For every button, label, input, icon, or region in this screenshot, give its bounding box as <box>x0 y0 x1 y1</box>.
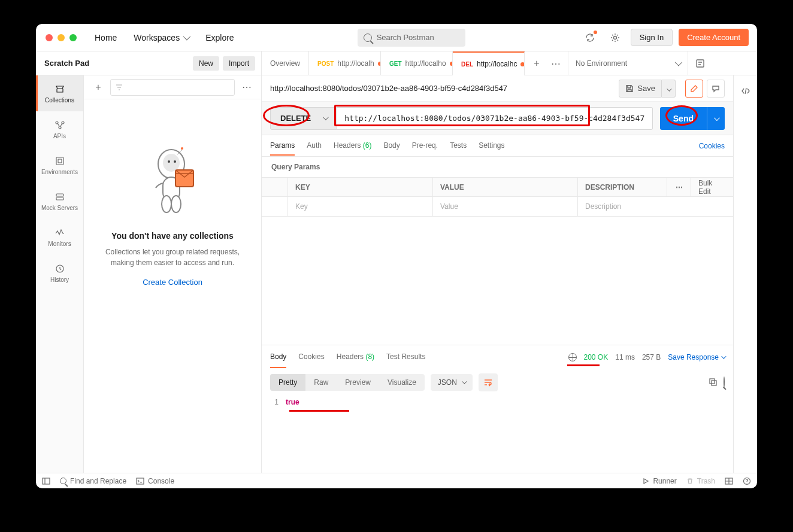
titlebar: Home Workspaces Explore Search Postman S… <box>36 24 757 51</box>
import-button[interactable]: Import <box>223 56 255 71</box>
monitors-icon <box>55 227 65 238</box>
globe-icon[interactable] <box>568 353 577 361</box>
collections-panel: + ⋯ <box>84 75 262 473</box>
rail-apis[interactable]: APIs <box>36 111 83 147</box>
sign-in-button[interactable]: Sign In <box>631 29 673 46</box>
nav-explore[interactable]: Explore <box>197 33 242 42</box>
tab-prereq[interactable]: Pre-req. <box>412 136 438 156</box>
query-params-table: KEY VALUE DESCRIPTION ⋯ Bulk Edit Key Va… <box>262 177 733 217</box>
send-button[interactable]: Send <box>660 107 707 130</box>
find-replace[interactable]: Find and Replace <box>60 477 126 485</box>
edit-icon[interactable] <box>685 80 703 98</box>
help-icon[interactable] <box>743 477 751 485</box>
save-options-button[interactable] <box>662 80 676 98</box>
view-mode-segment: Pretty Raw Preview Visualize <box>270 374 425 391</box>
svg-point-19 <box>171 196 181 212</box>
response-body[interactable]: 1true <box>262 396 733 473</box>
layout-icon[interactable] <box>725 477 733 485</box>
col-value: VALUE <box>433 178 578 196</box>
svg-point-14 <box>181 147 183 150</box>
empty-title: You don't have any collections <box>111 231 234 241</box>
environment-select[interactable]: No Environment <box>568 51 688 75</box>
col-description: DESCRIPTION <box>578 178 667 196</box>
svg-rect-20 <box>710 379 715 384</box>
rail-collections[interactable]: Collections <box>36 75 83 111</box>
unsaved-indicator-icon <box>520 62 525 66</box>
tab-post[interactable]: POSThttp://localh <box>309 51 381 75</box>
nav-home[interactable]: Home <box>86 33 125 42</box>
environment-quicklook-icon[interactable] <box>688 51 712 75</box>
create-collection-link[interactable]: Create Collection <box>143 278 202 287</box>
tab-auth[interactable]: Auth <box>307 136 322 156</box>
history-icon <box>55 263 65 274</box>
resp-tab-cookies[interactable]: Cookies <box>298 346 324 368</box>
runner[interactable]: Runner <box>642 477 676 485</box>
add-tab-button[interactable]: + <box>529 56 544 71</box>
view-preview[interactable]: Preview <box>337 374 379 391</box>
collections-icon <box>55 84 65 95</box>
tab-tests[interactable]: Tests <box>450 136 467 156</box>
wrap-lines-icon[interactable] <box>479 373 498 391</box>
minimize-window[interactable] <box>57 34 65 41</box>
toggle-sidebar-icon[interactable] <box>42 477 50 485</box>
svg-rect-8 <box>56 197 63 200</box>
param-desc-input[interactable]: Description <box>578 197 667 216</box>
console[interactable]: Console <box>136 477 174 485</box>
format-select[interactable]: JSON <box>431 374 473 391</box>
tab-overview[interactable]: Overview <box>262 51 309 75</box>
tab-options-button[interactable]: ⋯ <box>549 56 563 71</box>
create-collection-icon[interactable]: + <box>90 79 107 96</box>
new-button[interactable]: New <box>193 56 219 71</box>
window-controls <box>36 34 86 41</box>
rail-environments[interactable]: Environments <box>36 147 83 183</box>
nav-workspaces[interactable]: Workspaces <box>125 33 197 42</box>
send-options-button[interactable] <box>707 107 725 130</box>
resp-tab-body[interactable]: Body <box>270 346 286 368</box>
annotation-status <box>567 364 600 366</box>
save-button[interactable]: Save <box>619 80 662 98</box>
search-response-icon[interactable] <box>724 377 725 388</box>
response-size: 257 B <box>642 353 661 361</box>
tab-params[interactable]: Params <box>270 136 295 156</box>
view-visualize[interactable]: Visualize <box>379 374 425 391</box>
bulk-edit-link[interactable]: Bulk Edit <box>691 178 733 196</box>
request-title: http://localhost:8080/todos/03071b2e-aa8… <box>270 84 613 93</box>
tab-get[interactable]: GEThttp://localho <box>381 51 453 75</box>
collections-filter[interactable] <box>110 79 235 96</box>
sync-icon[interactable] <box>580 28 600 47</box>
close-window[interactable] <box>46 34 53 41</box>
settings-icon[interactable] <box>606 28 625 47</box>
trash[interactable]: Trash <box>686 477 715 485</box>
panel-options-icon[interactable]: ⋯ <box>238 79 255 96</box>
param-key-input[interactable]: Key <box>288 197 433 216</box>
status-code: 200 OK <box>584 353 609 361</box>
code-snippet-icon[interactable] <box>736 81 755 101</box>
search-input[interactable]: Search Postman <box>358 29 465 47</box>
create-account-button[interactable]: Create Account <box>679 29 749 46</box>
view-pretty[interactable]: Pretty <box>270 374 305 391</box>
rail-history[interactable]: History <box>36 255 83 291</box>
rail-mock-servers[interactable]: Mock Servers <box>36 183 83 219</box>
empty-text: Collections let you group related reques… <box>96 247 249 268</box>
view-raw[interactable]: Raw <box>305 374 337 391</box>
svg-point-4 <box>59 126 61 129</box>
tab-headers[interactable]: Headers (6) <box>334 136 371 156</box>
resp-tab-headers[interactable]: Headers (8) <box>337 346 374 368</box>
svg-point-18 <box>162 196 171 212</box>
copy-icon[interactable] <box>708 377 718 388</box>
col-key: KEY <box>288 178 433 196</box>
cookies-link[interactable]: Cookies <box>699 142 725 150</box>
method-select[interactable]: DELETE <box>270 107 337 130</box>
tab-delete[interactable]: DELhttp://localhc <box>453 51 525 75</box>
resp-tab-tests[interactable]: Test Results <box>386 346 425 368</box>
comment-icon[interactable] <box>707 80 725 98</box>
tab-settings[interactable]: Settings <box>479 136 504 156</box>
param-value-input[interactable]: Value <box>433 197 578 216</box>
tab-body[interactable]: Body <box>383 136 399 156</box>
save-response-link[interactable]: Save Response <box>668 353 725 361</box>
scratch-pad-title: Scratch Pad <box>36 59 193 68</box>
url-input[interactable] <box>337 107 652 130</box>
maximize-window[interactable] <box>69 34 77 41</box>
col-options-icon[interactable]: ⋯ <box>667 178 691 196</box>
rail-monitors[interactable]: Monitors <box>36 219 83 255</box>
